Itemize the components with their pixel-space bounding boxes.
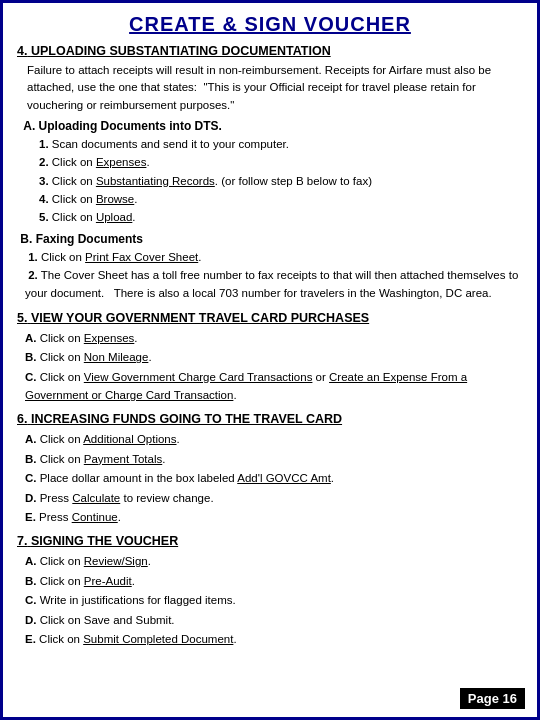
section-6d: D. Press Calculate to review change. — [25, 489, 523, 507]
section-6e: E. Press Continue. — [25, 508, 523, 526]
list-item: 2. Click on Expenses. — [39, 153, 523, 171]
browse-link[interactable]: Browse — [96, 193, 134, 205]
payment-totals-link[interactable]: Payment Totals — [84, 453, 162, 465]
section-5a: A. Click on Expenses. — [25, 329, 523, 347]
pre-audit-link[interactable]: Pre-Audit — [84, 575, 132, 587]
continue-link[interactable]: Continue — [72, 511, 118, 523]
fax-item-1: 1. Click on Print Fax Cover Sheet. — [25, 248, 523, 266]
list-item: 5. Click on Upload. — [39, 208, 523, 226]
section-7-number: 7. — [17, 534, 27, 548]
review-sign-link[interactable]: Review/Sign — [84, 555, 148, 567]
section-4-title: UPLOADING SUBSTANTIATING DOCUMENTATION — [31, 44, 331, 58]
section-6b: B. Click on Payment Totals. — [25, 450, 523, 468]
upload-link[interactable]: Upload — [96, 211, 132, 223]
section-5-title: VIEW YOUR GOVERNMENT TRAVEL CARD PURCHAS… — [31, 311, 369, 325]
section-5-heading: 5. VIEW YOUR GOVERNMENT TRAVEL CARD PURC… — [17, 311, 523, 325]
section-6-heading: 6. INCREASING FUNDS GOING TO THE TRAVEL … — [17, 412, 523, 426]
addl-govcc-amt-label: Add'l GOVCC Amt — [237, 472, 331, 484]
substantiating-records-link[interactable]: Substantiating Records — [96, 175, 215, 187]
section-7e: E. Click on Submit Completed Document. — [25, 630, 523, 648]
expenses-link-5a[interactable]: Expenses — [84, 332, 135, 344]
section-4a-label: A. Uploading Documents into DTS. — [17, 119, 523, 133]
list-item: 1. Scan documents and send it to your co… — [39, 135, 523, 153]
section-7c: C. Write in justifications for flagged i… — [25, 591, 523, 609]
section-7a: A. Click on Review/Sign. — [25, 552, 523, 570]
section-6-title: INCREASING FUNDS GOING TO THE TRAVEL CAR… — [31, 412, 342, 426]
section-4-warning: Failure to attach receipts will result i… — [27, 62, 523, 114]
fax-item-2: 2. The Cover Sheet has a toll free numbe… — [25, 266, 523, 303]
section-7b: B. Click on Pre-Audit. — [25, 572, 523, 590]
section-4-heading: 4. UPLOADING SUBSTANTIATING DOCUMENTATIO… — [17, 44, 523, 58]
section-4a-list: 1. Scan documents and send it to your co… — [39, 135, 523, 227]
section-6: 6. INCREASING FUNDS GOING TO THE TRAVEL … — [17, 412, 523, 526]
submit-completed-document-link[interactable]: Submit Completed Document — [83, 633, 233, 645]
page-number: Page 16 — [460, 688, 525, 709]
calculate-link[interactable]: Calculate — [72, 492, 120, 504]
section-4a: A. Uploading Documents into DTS. 1. Scan… — [17, 119, 523, 227]
expenses-link[interactable]: Expenses — [96, 156, 147, 168]
page-container: CREATE & SIGN VOUCHER 4. UPLOADING SUBST… — [0, 0, 540, 720]
section-7: 7. SIGNING THE VOUCHER A. Click on Revie… — [17, 534, 523, 648]
section-5b: B. Click on Non Mileage. — [25, 348, 523, 366]
section-4: 4. UPLOADING SUBSTANTIATING DOCUMENTATIO… — [17, 44, 523, 303]
view-govt-charge-card-link[interactable]: View Government Charge Card Transactions — [84, 371, 313, 383]
section-4b-label: B. Faxing Documents — [17, 232, 523, 246]
section-5c: C. Click on View Government Charge Card … — [25, 368, 523, 405]
section-7-title: SIGNING THE VOUCHER — [31, 534, 178, 548]
section-6c: C. Place dollar amount in the box labele… — [25, 469, 523, 487]
section-5: 5. VIEW YOUR GOVERNMENT TRAVEL CARD PURC… — [17, 311, 523, 405]
section-5-number: 5. — [17, 311, 27, 325]
page-title: CREATE & SIGN VOUCHER — [17, 13, 523, 36]
section-4b-items: 1. Click on Print Fax Cover Sheet. 2. Th… — [25, 248, 523, 303]
section-7-heading: 7. SIGNING THE VOUCHER — [17, 534, 523, 548]
additional-options-link[interactable]: Additional Options — [83, 433, 176, 445]
non-mileage-link[interactable]: Non Mileage — [84, 351, 149, 363]
section-6a: A. Click on Additional Options. — [25, 430, 523, 448]
section-4-number: 4. — [17, 44, 27, 58]
list-item: 4. Click on Browse. — [39, 190, 523, 208]
list-item: 3. Click on Substantiating Records. (or … — [39, 172, 523, 190]
print-fax-cover-sheet-link[interactable]: Print Fax Cover Sheet — [85, 251, 198, 263]
section-7d: D. Click on Save and Submit. — [25, 611, 523, 629]
section-4b: B. Faxing Documents 1. Click on Print Fa… — [17, 232, 523, 303]
section-6-number: 6. — [17, 412, 27, 426]
